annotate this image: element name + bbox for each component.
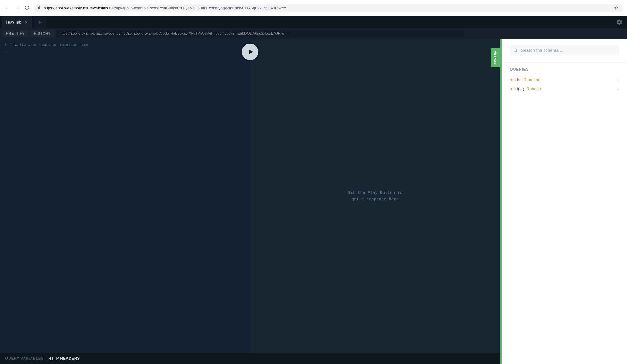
main-area: 1 2 # Write your query or mutation here … [0,39,627,364]
line-gutter: 1 2 [0,42,9,353]
address-bar[interactable]: https://apollo-example.azurewebsites.net… [34,4,623,12]
reload-button[interactable] [24,5,30,11]
chevron-right-icon: ▸ [618,78,619,82]
schema-search-input[interactable] [521,48,616,53]
result-hint: Hit the Play Button to get a response he… [250,189,500,203]
svg-line-1 [516,51,518,52]
settings-button[interactable] [616,16,623,28]
search-icon [513,48,518,53]
editor-result-split: 1 2 # Write your query or mutation here … [0,39,500,364]
play-icon [247,48,255,55]
tab-http-headers[interactable]: HTTP HEADERS [49,356,80,361]
tab-label: New Tab [6,20,21,25]
tab-query-variables[interactable]: QUERY VARIABLES [5,356,44,361]
schema-toggle-tab[interactable]: SCHEMA [491,48,500,67]
endpoint-input[interactable]: https://apollo-example.azurewebsites.net… [56,30,464,38]
svg-point-0 [514,49,517,52]
schema-row-rands[interactable]: rands: [Random] ▸ [510,77,619,82]
schema-body: QUERIES rands: [Random] ▸ rand(...): Ran… [502,61,627,101]
history-button[interactable]: HISTORY [30,30,54,37]
browser-toolbar: ← → https://apollo-example.azurewebsites… [0,0,627,16]
forward-button[interactable]: → [14,4,20,11]
tab-bar: New Tab ✕ + [0,16,627,28]
schema-heading: QUERIES [510,67,619,72]
schema-search-wrap [502,39,627,61]
gear-icon [616,19,623,25]
schema-search[interactable] [510,45,619,55]
play-button[interactable] [242,44,258,60]
close-tab-icon[interactable]: ✕ [24,20,28,25]
result-pane: SCHEMA Hit the Play Button to get a resp… [250,39,500,353]
playground-app: New Tab ✕ + PRETTIFY HISTORY https://apo… [0,16,627,364]
add-tab-button[interactable]: + [34,16,46,28]
chevron-right-icon: ▸ [618,87,619,91]
toolbar: PRETTIFY HISTORY https://apollo-example.… [0,28,627,39]
bookmark-star-icon[interactable]: ☆ [614,5,619,11]
code-content: # Write your query or mutation here [9,42,250,353]
lock-icon [38,6,41,10]
query-editor[interactable]: 1 2 # Write your query or mutation here [0,39,250,353]
bottom-bar: QUERY VARIABLES HTTP HEADERS [0,353,500,364]
url-text: https://apollo-example.azurewebsites.net… [44,6,286,10]
schema-row-rand[interactable]: rand(...): Random ▸ [510,87,619,91]
back-button[interactable]: ← [4,4,10,11]
tab-new-tab[interactable]: New Tab ✕ [2,16,32,28]
schema-panel: QUERIES rands: [Random] ▸ rand(...): Ran… [500,39,627,364]
prettify-button[interactable]: PRETTIFY [3,30,28,37]
